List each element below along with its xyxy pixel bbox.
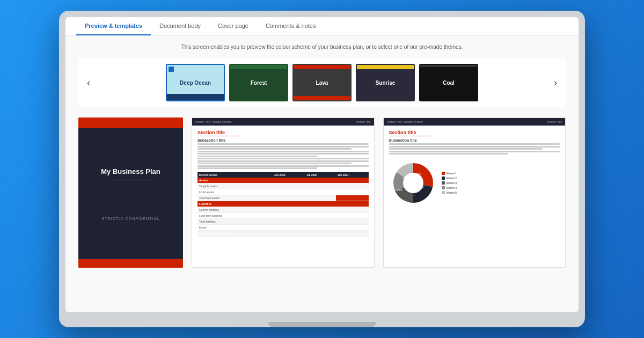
legend-item-3: Market 3 [442,181,457,185]
legend-dot-4 [442,186,445,189]
text-line [197,165,369,167]
text-line [389,153,509,155]
text-line [197,160,369,162]
legend-item-4: Market 4 [442,186,457,189]
svg-text:22%: 22% [397,188,402,192]
chart-header-right: Section Title [547,120,562,123]
cover-body: My Business Plan STRICTLY CONFIDENTIAL [78,128,183,259]
carousel-next[interactable]: › [551,77,560,89]
text-line [197,163,352,164]
tab-comments[interactable]: Comments & notes [257,17,325,35]
svg-text:16%: 16% [410,194,416,197]
chart-page-body: Section title Subsection title [384,126,566,211]
legend-dot-2 [442,177,445,180]
tab-cover[interactable]: Cover page [209,17,257,35]
laptop-frame: Preview & templates Document body Cover … [59,11,585,327]
doc-header-left: Section Title / Sample Content [195,120,231,123]
text-line [197,167,317,169]
carousel-prev[interactable]: ‹ [84,77,93,89]
theme-deep-ocean-label: Deep Ocean [180,80,211,86]
theme-forest[interactable]: Forest [229,64,288,101]
preview-row: My Business Plan STRICTLY CONFIDENTIAL S… [78,117,566,268]
theme-sunrise-label: Sunrise [376,80,396,86]
tab-preview[interactable]: Preview & templates [76,17,151,35]
text-line [197,158,369,159]
text-line [197,153,369,155]
legend-label-4: Market 4 [447,186,457,189]
legend-label-3: Market 3 [447,181,457,185]
chart-page: Section Title / Sample Content Section T… [383,117,566,268]
text-line [197,151,369,152]
cover-confidential: STRICTLY CONFIDENTIAL [102,217,159,221]
donut-chart-container: 28% 16% 16% 22% 18% Market 1 [389,159,560,207]
themes-row: Deep Ocean Forest Lava Sunrise [98,64,546,101]
chart-subsection-title: Subsection title [389,138,560,142]
chart-legend: Market 1 Market 2 Market 3 [442,172,457,194]
text-line [389,151,560,152]
text-line [197,156,317,157]
text-line [197,143,369,145]
text-line [389,146,560,148]
chart-section-title: Section title [389,130,560,136]
theme-lava-label: Lava [316,80,328,86]
legend-item-2: Market 2 [442,177,457,180]
legend-item-1: Market 1 [442,172,457,175]
body-text-lines [197,143,369,169]
legend-label-2: Market 2 [447,177,457,180]
cover-title: My Business Plan [101,167,160,175]
carousel-container: ‹ Deep Ocean Forest Lava [78,58,566,107]
text-line [197,146,369,148]
theme-lava[interactable]: Lava [292,64,352,101]
donut-chart: 28% 16% 16% 22% 18% [389,159,437,207]
doc-page-header: Section Title / Sample Content Section T… [192,118,374,126]
theme-coal[interactable]: Coal [419,64,478,101]
legend-item-5: Market 5 [442,191,457,194]
doc-body-page: Section Title / Sample Content Section T… [192,117,375,268]
chart-header-left: Section Title / Sample Content [387,120,423,123]
legend-dot-3 [442,181,445,185]
svg-text:16%: 16% [418,186,424,189]
theme-sunrise[interactable]: Sunrise [356,64,415,101]
doc-section-title: Section title [197,130,369,136]
text-line [389,143,560,145]
mini-table: Metrics Group Jan 2020 Jul 2020 Jan 2021… [197,172,369,237]
legend-label-1: Market 1 [447,172,457,175]
cover-page-preview: My Business Plan STRICTLY CONFIDENTIAL [78,117,183,268]
chart-page-header: Section Title / Sample Content Section T… [384,118,566,126]
legend-dot-1 [442,172,445,175]
legend-label-5: Market 5 [447,191,457,194]
description-text: This screen enables you to preview the c… [78,44,566,50]
doc-header-right: Section Title [356,120,370,123]
main-content: This screen enables you to preview the c… [65,35,579,312]
doc-page-body: Section title Subsection title [192,126,374,241]
cover-bottom-bar [78,259,183,268]
legend-dot-5 [442,191,445,194]
cover-divider [109,180,152,180]
theme-forest-label: Forest [251,80,267,86]
cover-top-bar [78,117,183,128]
text-line [389,148,543,150]
svg-text:18%: 18% [415,172,421,175]
chart-text-lines [389,143,560,155]
theme-deep-ocean[interactable]: Deep Ocean [166,64,225,101]
theme-coal-label: Coal [443,80,455,86]
laptop-base [268,322,376,327]
tab-bar: Preview & templates Document body Cover … [65,17,579,35]
text-line [197,148,352,150]
svg-text:28%: 28% [402,177,408,180]
doc-subsection-title: Subsection title [197,138,369,142]
tab-body[interactable]: Document body [151,17,209,35]
laptop-screen: Preview & templates Document body Cover … [65,17,579,312]
